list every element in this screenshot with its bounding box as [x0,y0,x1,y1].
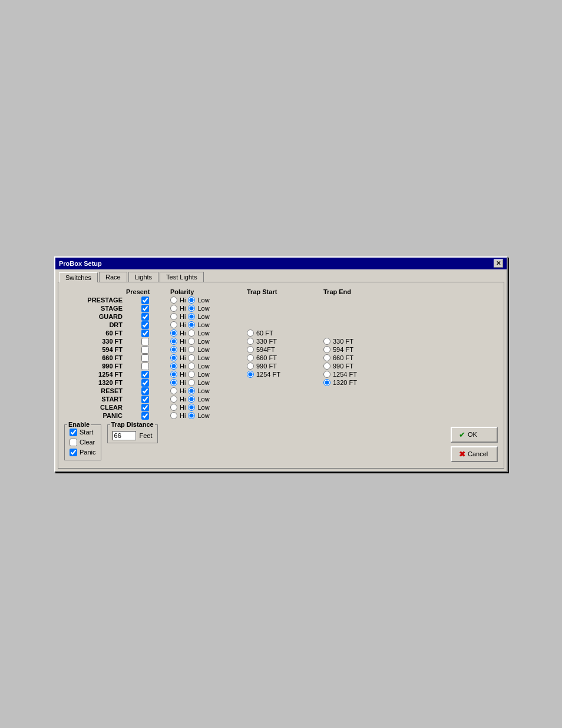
tab-test-lights[interactable]: Test Lights [160,272,204,282]
polarity-hi-radio[interactable] [170,363,177,370]
polarity-hi-label: Hi [180,387,186,394]
polarity-low-label: Low [197,313,209,320]
row-label: CLEAR [64,404,126,411]
trap-start-radio[interactable] [247,363,254,370]
tab-switches[interactable]: Switches [59,272,98,282]
present-checkbox[interactable] [141,404,149,411]
trap-start-radio[interactable] [247,354,254,361]
polarity-hi-radio[interactable] [170,396,177,403]
trap-start-cell: 60 FT [247,330,323,337]
present-cell [126,396,164,403]
trap-distance-unit: Feet [140,432,153,439]
table-row: RESETHiLow [64,387,498,395]
trap-end-cell: 1320 FT [323,379,400,386]
trap-start-radio[interactable] [247,338,254,345]
polarity-hi-label: Hi [180,297,186,304]
polarity-hi-radio[interactable] [170,330,177,337]
trap-distance-input[interactable] [113,431,136,440]
polarity-low-radio[interactable] [188,363,195,370]
present-checkbox[interactable] [141,338,149,345]
present-checkbox[interactable] [141,379,149,387]
polarity-hi-radio[interactable] [170,321,177,328]
present-checkbox[interactable] [141,346,149,354]
row-label: 594 FT [64,346,126,353]
trap-end-radio[interactable] [323,354,330,361]
trap-end-radio[interactable] [323,346,330,353]
polarity-hi-radio[interactable] [170,354,177,361]
table-row: STAGEHiLow [64,305,498,312]
polarity-hi-label: Hi [180,321,186,328]
row-label: GUARD [64,313,126,320]
table-row: 594 FTHiLow594FT594 FT [64,346,498,354]
polarity-hi-radio[interactable] [170,338,177,345]
trap-start-radio[interactable] [247,330,254,337]
action-buttons: ✔ OK ✖ Cancel [451,427,498,462]
trap-end-radio[interactable] [323,363,330,370]
enable-panic-label: Panic [80,449,96,456]
present-checkbox[interactable] [141,387,149,395]
close-button[interactable]: ✕ [494,259,503,268]
present-cell [126,412,164,420]
polarity-low-radio[interactable] [188,354,195,361]
present-checkbox[interactable] [141,371,149,378]
polarity-low-radio[interactable] [188,313,195,320]
polarity-low-label: Low [197,321,209,328]
polarity-hi-radio[interactable] [170,379,177,386]
enable-panic-checkbox[interactable] [70,449,77,456]
ok-button[interactable]: ✔ OK [451,427,498,443]
present-checkbox[interactable] [141,297,149,304]
present-checkbox[interactable] [141,396,149,403]
polarity-cell: HiLow [170,387,247,394]
polarity-cell: HiLow [170,363,247,370]
trap-end-radio[interactable] [323,371,330,378]
main-content: Present Polarity Trap Start Trap End PRE… [58,282,504,469]
trap-distance-input-row: Feet [113,431,153,440]
cancel-button[interactable]: ✖ Cancel [451,446,498,462]
polarity-low-radio[interactable] [188,387,195,394]
row-label: PRESTAGE [64,297,126,304]
present-checkbox[interactable] [141,313,149,321]
row-label: 990 FT [64,363,126,370]
polarity-low-radio[interactable] [188,396,195,403]
trap-end-radio[interactable] [323,379,330,386]
polarity-low-radio[interactable] [188,371,195,378]
polarity-hi-radio[interactable] [170,404,177,411]
trap-start-radio[interactable] [247,346,254,353]
present-checkbox[interactable] [141,330,149,337]
polarity-hi-radio[interactable] [170,346,177,353]
polarity-low-radio[interactable] [188,338,195,345]
tab-race[interactable]: Race [99,272,127,282]
polarity-hi-label: Hi [180,412,186,419]
trap-start-cell: 594FT [247,346,323,353]
present-checkbox[interactable] [141,305,149,312]
present-checkbox[interactable] [141,354,149,362]
table-row: 990 FTHiLow990 FT990 FT [64,363,498,370]
polarity-low-radio[interactable] [188,379,195,386]
polarity-low-radio[interactable] [188,404,195,411]
trap-start-radio[interactable] [247,371,254,378]
polarity-low-radio[interactable] [188,297,195,304]
present-checkbox[interactable] [141,321,149,329]
present-checkbox[interactable] [141,363,149,370]
polarity-low-radio[interactable] [188,321,195,328]
enable-start-checkbox[interactable] [70,429,77,436]
table-row: STARTHiLow [64,396,498,403]
trap-end-radio[interactable] [323,338,330,345]
polarity-hi-radio[interactable] [170,297,177,304]
polarity-hi-radio[interactable] [170,305,177,312]
row-label: 60 FT [64,330,126,337]
row-label: 660 FT [64,354,126,361]
polarity-hi-radio[interactable] [170,313,177,320]
polarity-low-radio[interactable] [188,346,195,353]
polarity-hi-radio[interactable] [170,412,177,419]
tab-lights[interactable]: Lights [128,272,158,282]
main-window: ProBox Setup ✕ Switches Race Lights Test… [54,256,508,472]
enable-clear-checkbox[interactable] [70,439,77,446]
polarity-hi-radio[interactable] [170,371,177,378]
present-checkbox[interactable] [141,412,149,420]
polarity-low-radio[interactable] [188,412,195,419]
polarity-hi-label: Hi [180,363,186,370]
polarity-hi-radio[interactable] [170,387,177,394]
polarity-low-radio[interactable] [188,305,195,312]
polarity-low-radio[interactable] [188,330,195,337]
